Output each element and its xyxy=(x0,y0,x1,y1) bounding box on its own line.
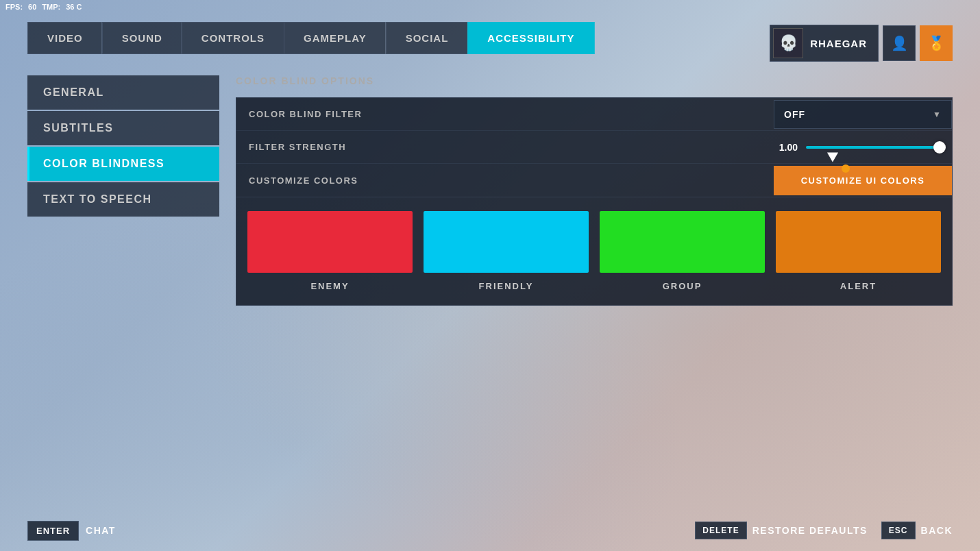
color-blind-filter-control: OFF ▼ xyxy=(774,100,952,129)
color-blind-filter-dropdown[interactable]: OFF ▼ xyxy=(774,100,952,129)
dropdown-value: OFF xyxy=(784,109,805,120)
tab-gameplay[interactable]: GAMEPLAY xyxy=(284,22,386,54)
friendly-label: FRIENDLY xyxy=(479,281,534,291)
group-label: GROUP xyxy=(663,281,702,291)
esc-key: ESC xyxy=(881,522,916,539)
user-profile[interactable]: 💀 RHAEGAR xyxy=(770,25,879,62)
alert-color-swatch[interactable] xyxy=(776,211,941,273)
fps-label: FPS: xyxy=(5,3,23,11)
sidebar-item-color-blindness[interactable]: COLOR BLINDNESS xyxy=(27,147,219,181)
slider-value: 1.00 xyxy=(774,142,798,153)
tab-social[interactable]: SOCIAL xyxy=(386,22,468,54)
user-section: 💀 RHAEGAR 👤 🏅 xyxy=(770,25,953,62)
filter-strength-slider[interactable] xyxy=(806,146,945,149)
back-action: ESC BACK xyxy=(881,522,953,539)
avatar: 💀 xyxy=(773,28,803,58)
friendly-color-swatch[interactable] xyxy=(424,211,589,273)
customize-colors-control: CUSTOMIZE UI COLORS xyxy=(774,166,952,195)
color-blind-filter-row: COLOR BLIND FILTER OFF ▼ xyxy=(236,98,952,131)
chevron-down-icon: ▼ xyxy=(933,110,942,119)
customize-colors-label: CUSTOMIZE COLORS xyxy=(236,166,774,195)
delete-key: DELETE xyxy=(695,522,746,539)
username: RHAEGAR xyxy=(810,38,867,49)
slider-control: 1.00 xyxy=(774,142,952,153)
swatch-group: GROUP xyxy=(600,211,765,291)
chat-label: CHAT xyxy=(86,525,116,536)
swatch-friendly: FRIENDLY xyxy=(424,211,589,291)
tab-accessibility[interactable]: ACCESSIBILITY xyxy=(467,22,594,54)
sidebar: GENERAL SUBTITLES COLOR BLINDNESS TEXT T… xyxy=(27,75,219,496)
tab-controls[interactable]: CONTROLS xyxy=(182,22,284,54)
enemy-color-swatch[interactable] xyxy=(247,211,413,273)
back-label[interactable]: BACK xyxy=(921,525,953,536)
filter-strength-label: FILTER STRENGTH xyxy=(236,132,774,162)
swatch-alert: ALERT xyxy=(776,211,941,291)
main-content: GENERAL SUBTITLES COLOR BLINDNESS TEXT T… xyxy=(27,75,953,496)
settings-panel: COLOR BLIND OPTIONS COLOR BLIND FILTER O… xyxy=(219,75,953,496)
restore-defaults-action: DELETE RESTORE DEFAULTS xyxy=(695,522,868,539)
tab-sound[interactable]: SOUND xyxy=(102,22,182,54)
tmp-value: 36 C xyxy=(66,3,82,11)
customize-ui-colors-button[interactable]: CUSTOMIZE UI COLORS xyxy=(774,166,952,195)
sidebar-item-subtitles[interactable]: SUBTITLES xyxy=(27,111,219,145)
swatch-enemy: ENEMY xyxy=(247,211,413,291)
slider-thumb xyxy=(933,141,946,154)
customize-colors-row: CUSTOMIZE COLORS CUSTOMIZE UI COLORS xyxy=(236,164,952,197)
color-swatches: ENEMY FRIENDLY GROUP ALERT xyxy=(236,197,953,306)
settings-rows: COLOR BLIND FILTER OFF ▼ FILTER STRENGTH… xyxy=(236,97,953,197)
badge-icon: 🏅 xyxy=(928,35,945,51)
tmp-label: TMP: xyxy=(42,3,60,11)
bottom-left: ENTER CHAT xyxy=(27,521,116,541)
sidebar-item-general[interactable]: GENERAL xyxy=(27,75,219,110)
alert-label: ALERT xyxy=(840,281,877,291)
enter-key: ENTER xyxy=(27,521,79,541)
profile-icon: 👤 xyxy=(891,35,908,51)
color-blind-filter-label: COLOR BLIND FILTER xyxy=(236,99,774,129)
group-color-swatch[interactable] xyxy=(600,211,765,273)
top-hud: FPS: 60 TMP: 36 C xyxy=(0,0,87,14)
badge-button[interactable]: 🏅 xyxy=(920,25,953,61)
filter-strength-row: FILTER STRENGTH 1.00 xyxy=(236,131,952,164)
tab-video[interactable]: VIDEO xyxy=(27,22,102,54)
enemy-label: ENEMY xyxy=(310,281,349,291)
fps-value: 60 xyxy=(28,3,36,11)
filter-strength-control: 1.00 xyxy=(774,142,952,153)
section-title: COLOR BLIND OPTIONS xyxy=(236,75,953,86)
profile-settings-button[interactable]: 👤 xyxy=(883,25,916,61)
bottom-bar: ENTER CHAT DELETE RESTORE DEFAULTS ESC B… xyxy=(0,510,980,551)
bottom-right: DELETE RESTORE DEFAULTS ESC BACK xyxy=(695,522,953,539)
restore-defaults-label[interactable]: RESTORE DEFAULTS xyxy=(752,525,868,536)
sidebar-item-text-to-speech[interactable]: TEXT TO SPEECH xyxy=(27,182,219,217)
